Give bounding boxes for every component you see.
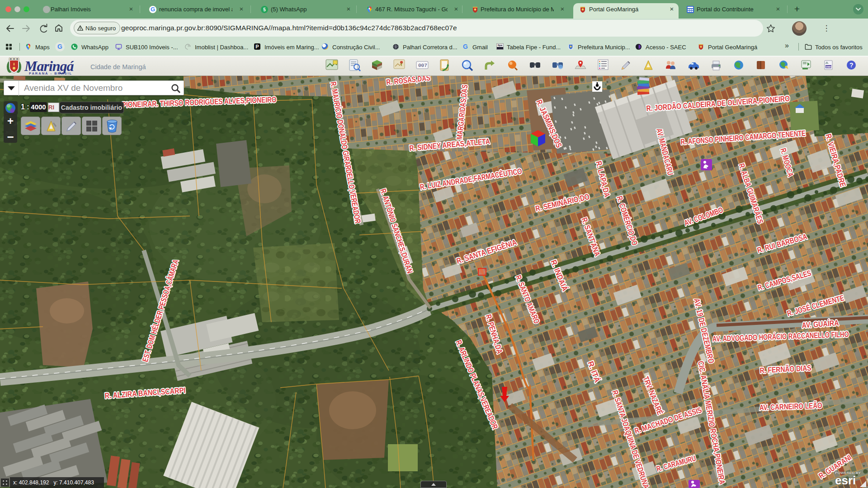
svg-text:DWG: DWG: [826, 66, 832, 68]
svg-text:007: 007: [418, 63, 427, 68]
svg-text:5: 5: [263, 7, 266, 12]
svg-text:?: ?: [849, 61, 854, 69]
svg-text:A: A: [532, 66, 534, 70]
